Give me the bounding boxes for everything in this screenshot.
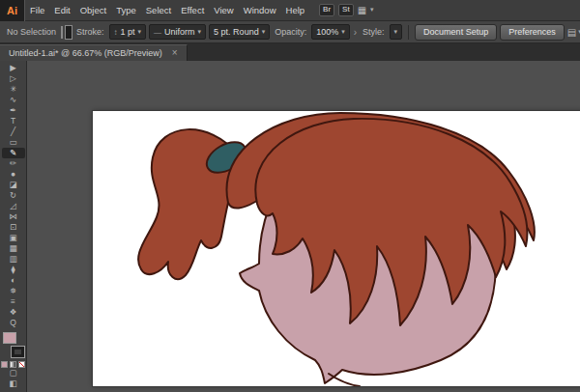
panel-menu-icon[interactable]: ▤ ▾ — [567, 27, 580, 38]
none-button[interactable] — [18, 361, 25, 368]
menu-view[interactable]: View — [209, 0, 238, 20]
chevron-down-icon: ▾ — [198, 28, 202, 36]
menu-type[interactable]: Type — [111, 0, 141, 20]
rotate-tool[interactable]: ↻ — [2, 190, 25, 201]
opacity-field[interactable]: 100% ▾ — [311, 24, 350, 40]
toolbar-stroke-swatch[interactable] — [12, 347, 24, 357]
opacity-value: 100% — [316, 27, 338, 37]
menu-bar: Ai FileEditObjectTypeSelectEffectViewWin… — [0, 0, 580, 21]
artboard[interactable] — [93, 111, 580, 386]
width-tool[interactable]: ⋈ — [2, 211, 25, 222]
neck-line[interactable] — [329, 374, 360, 386]
document-tab-title: Untitled-1.ai* @ 66.67% (RGB/Preview) — [9, 48, 162, 58]
fill-stroke-control[interactable] — [3, 332, 24, 357]
lasso-tool[interactable]: ∿ — [2, 95, 25, 105]
gradient-tool[interactable]: ▥ — [2, 254, 25, 265]
selection-tool[interactable]: ▶ — [2, 63, 25, 73]
line-preview-icon: — — [154, 28, 161, 37]
tool-list: ▶▷✳∿✒T╱▭✎✏●◪↻◿⋈⊡▣▦▥⧫◐✵≡❖Q — [2, 63, 25, 328]
opacity-flyout-icon[interactable]: › — [354, 27, 357, 38]
width-profile-dropdown[interactable]: — Uniform ▾ — [149, 24, 206, 40]
blend-tool[interactable]: ◐ — [2, 275, 25, 286]
pen-tool[interactable]: ✒ — [2, 105, 25, 116]
chevron-down-icon: ▾ — [138, 28, 142, 36]
scale-tool[interactable]: ◿ — [2, 201, 25, 211]
brush-definition-dropdown[interactable]: 5 pt. Round ▾ — [209, 24, 270, 40]
mesh-tool[interactable]: ▦ — [2, 243, 25, 254]
style-label: Style: — [362, 27, 385, 37]
chevron-down-icon: ▾ — [394, 28, 398, 36]
menubar-right: Br St ▦ ▾ — [319, 4, 374, 16]
control-bar: No Selection Stroke: ↕ 1 pt ▾ — Uniform … — [0, 21, 580, 43]
tools-panel: ▶▷✳∿✒T╱▭✎✏●◪↻◿⋈⊡▣▦▥⧫◐✵≡❖Q ▢ ◧ — [0, 61, 27, 392]
stroke-color-swatch[interactable] — [66, 26, 72, 39]
selection-status: No Selection — [7, 27, 56, 37]
rectangle-tool[interactable]: ▭ — [2, 137, 25, 148]
free-transform-tool[interactable]: ⊡ — [2, 222, 25, 233]
toolbar-fill-swatch[interactable] — [3, 332, 16, 344]
close-icon[interactable]: × — [172, 48, 178, 58]
menu-edit[interactable]: Edit — [49, 0, 74, 20]
graph-tool[interactable]: ≡ — [2, 296, 25, 307]
gradient-button[interactable] — [10, 361, 16, 368]
canvas-area[interactable] — [27, 61, 580, 392]
chevron-down-icon: ▾ — [262, 28, 266, 36]
color-mode-row — [1, 361, 25, 368]
chevron-down-icon: ▾ — [341, 28, 345, 36]
drawing-mode-button[interactable]: ▢ — [2, 368, 25, 378]
shape-builder-tool[interactable]: ▣ — [2, 233, 25, 243]
stock-icon[interactable]: St — [338, 4, 354, 16]
brush-definition-value: 5 pt. Round — [214, 27, 259, 37]
chevron-down-icon: ▾ — [370, 6, 374, 14]
menu-select[interactable]: Select — [141, 0, 176, 20]
menu-items: FileEditObjectTypeSelectEffectViewWindow… — [25, 0, 309, 20]
illustrator-window: Ai FileEditObjectTypeSelectEffectViewWin… — [0, 0, 580, 392]
stroke-weight-value: 1 pt — [121, 27, 135, 37]
app-logo-icon[interactable]: Ai — [0, 0, 25, 21]
color-button[interactable] — [1, 361, 8, 368]
document-tab[interactable]: Untitled-1.ai* @ 66.67% (RGB/Preview) × — [0, 44, 188, 61]
menu-help[interactable]: Help — [281, 0, 310, 20]
hand-tool[interactable]: ❖ — [2, 307, 25, 318]
stroke-weight-field[interactable]: ↕ 1 pt ▾ — [109, 24, 147, 40]
opacity-label: Opacity: — [275, 27, 306, 37]
zoom-tool[interactable]: Q — [2, 318, 25, 328]
bridge-icon[interactable]: Br — [319, 4, 334, 16]
document-setup-button[interactable]: Document Setup — [415, 24, 497, 41]
panel-icon-glyph: ▤ — [567, 27, 576, 38]
document-tab-bar: Untitled-1.ai* @ 66.67% (RGB/Preview) × — [0, 43, 580, 61]
menu-effect[interactable]: Effect — [176, 0, 209, 20]
symbol-sprayer-tool[interactable]: ✵ — [2, 286, 25, 296]
workspace-switcher-icon[interactable]: ▦ — [358, 5, 366, 15]
type-tool[interactable]: T — [2, 116, 25, 126]
fill-color-swatch[interactable] — [61, 26, 63, 39]
screen-mode-button[interactable]: ◧ — [2, 378, 25, 389]
divider — [408, 25, 409, 40]
magic-wand-tool[interactable]: ✳ — [2, 84, 25, 95]
direct-selection-tool[interactable]: ▷ — [2, 73, 25, 84]
menu-window[interactable]: Window — [239, 0, 281, 20]
menu-file[interactable]: File — [25, 0, 49, 20]
pencil-tool[interactable]: ✏ — [2, 158, 25, 169]
paintbrush-tool[interactable]: ✎ — [2, 148, 25, 158]
blob-brush-tool[interactable]: ● — [2, 169, 25, 180]
artwork-drawing — [93, 111, 580, 386]
stroke-label: Stroke: — [76, 27, 104, 37]
eraser-tool[interactable]: ◪ — [2, 180, 25, 190]
stepper-icon[interactable]: ↕ — [114, 28, 118, 37]
menu-object[interactable]: Object — [75, 0, 111, 20]
style-dropdown[interactable]: ▾ — [390, 24, 403, 40]
width-profile-value: Uniform — [164, 27, 195, 37]
eyedropper-tool[interactable]: ⧫ — [2, 265, 25, 275]
line-segment-tool[interactable]: ╱ — [2, 126, 25, 137]
preferences-button[interactable]: Preferences — [500, 24, 565, 41]
